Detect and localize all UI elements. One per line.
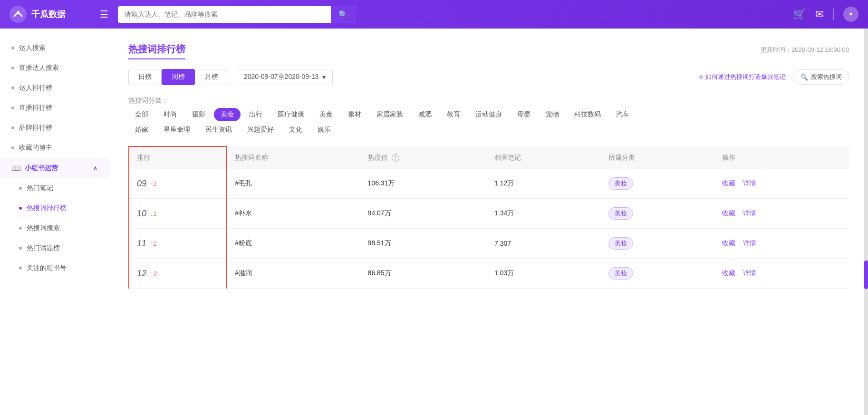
detail-link[interactable]: 详情 xyxy=(743,209,756,217)
heat-cell: 94.07万 xyxy=(360,199,487,229)
date-range-select[interactable]: 2020-09-07至2020-09-13 ▾ xyxy=(237,69,333,85)
category-减肥[interactable]: 减肥 xyxy=(412,108,438,121)
tab-月榜[interactable]: 月榜 xyxy=(195,69,228,85)
search-button[interactable]: 🔍 xyxy=(331,6,356,23)
collect-link[interactable]: 收藏 xyxy=(722,269,735,277)
actions-cell: 收藏 详情 xyxy=(714,169,849,199)
how-link[interactable]: ⊙ 如何通过热搜词打造爆款笔记 xyxy=(699,73,786,81)
rank-cell: 10 ↓1 xyxy=(129,199,227,229)
sidebar-sub-label-0: 热门笔记 xyxy=(27,184,53,193)
tab-周榜[interactable]: 周榜 xyxy=(162,69,195,85)
search-icon-2: 🔍 xyxy=(800,74,808,81)
search-hot-button[interactable]: 🔍 搜索热搜词 xyxy=(793,69,849,85)
category-美食[interactable]: 美食 xyxy=(313,108,339,121)
scrollbar-thumb[interactable] xyxy=(864,261,868,289)
table-row: 09 ↑1 #毛孔 106.31万 1.12万 美妆 收藏 详情 xyxy=(129,169,849,199)
collect-link[interactable]: 收藏 xyxy=(722,239,735,247)
sidebar-item-2[interactable]: 达人排行榜 xyxy=(0,78,109,98)
sidebar-item-1[interactable]: 直播达人搜索 xyxy=(0,58,109,78)
sidebar-bullet-3 xyxy=(11,106,14,109)
rank-number: 12 xyxy=(137,269,146,279)
sidebar-item-4[interactable]: 品牌排行榜 xyxy=(0,118,109,138)
detail-link[interactable]: 详情 xyxy=(743,239,756,247)
notes-cell: 7,307 xyxy=(487,229,601,259)
actions-cell: 收藏 详情 xyxy=(714,199,849,229)
svg-point-1 xyxy=(17,11,19,14)
sidebar-section-operations[interactable]: 📖 小红书运营 ∧ xyxy=(0,158,109,178)
logo-icon xyxy=(10,6,27,23)
sidebar-sub-item-1[interactable]: 热搜词排行榜 xyxy=(0,198,109,218)
sidebar-bullet-5 xyxy=(11,146,14,149)
rank-cell: 12 ↑3 xyxy=(129,259,227,289)
category-宠物[interactable]: 宠物 xyxy=(539,108,566,121)
category-婚嫁[interactable]: 婚嫁 xyxy=(128,123,155,136)
sidebar-sub-item-4[interactable]: 关注的红书号 xyxy=(0,258,109,278)
detail-link[interactable]: 详情 xyxy=(743,179,756,187)
collect-link[interactable]: 收藏 xyxy=(722,179,735,187)
sidebar-item-0[interactable]: 达人搜索 xyxy=(0,38,109,58)
detail-link[interactable]: 详情 xyxy=(743,269,756,277)
scrollbar[interactable] xyxy=(864,29,868,415)
category-星座命理[interactable]: 星座命理 xyxy=(157,123,197,136)
date-range-text: 2020-09-07至2020-09-13 xyxy=(244,73,318,81)
sidebar-sub-item-3[interactable]: 热门话题榜 xyxy=(0,238,109,258)
sidebar-sub-label-3: 热门话题榜 xyxy=(27,244,60,252)
category-出行[interactable]: 出行 xyxy=(242,108,269,121)
category-娱乐[interactable]: 娱乐 xyxy=(311,123,338,136)
category-汽车[interactable]: 汽车 xyxy=(609,108,636,121)
dropdown-icon: ▾ xyxy=(849,11,852,18)
heat-value: 106.31万 xyxy=(368,179,395,187)
category-美妆[interactable]: 美妆 xyxy=(214,108,241,121)
sidebar-sub-item-0[interactable]: 热门笔记 xyxy=(0,178,109,198)
heat-help-icon[interactable]: ? xyxy=(392,154,399,162)
tab-日榜[interactable]: 日榜 xyxy=(128,69,162,85)
section-arrow: ∧ xyxy=(93,165,97,172)
category-全部[interactable]: 全部 xyxy=(128,108,155,121)
name-cell: #粉底 xyxy=(227,229,360,259)
sidebar-item-5[interactable]: 收藏的博主 xyxy=(0,138,109,158)
category-教育[interactable]: 教育 xyxy=(440,108,467,121)
sidebar-sub-item-2[interactable]: 热搜词搜索 xyxy=(0,218,109,238)
category-摄影[interactable]: 摄影 xyxy=(185,108,212,121)
avatar[interactable]: ▾ xyxy=(843,7,858,22)
main-content: 更新时间：2020-09-12 18:00:00 热搜词排行榜 日榜周榜月榜 2… xyxy=(109,29,868,415)
category-兴趣爱好[interactable]: 兴趣爱好 xyxy=(241,123,280,136)
sidebar-bullet-2 xyxy=(11,87,14,89)
category-家居家装[interactable]: 家居家装 xyxy=(370,108,410,121)
col-header-category: 所属分类 xyxy=(601,146,715,169)
sidebar-bullet-0 xyxy=(11,47,14,49)
name-cell: #补水 xyxy=(227,199,360,229)
sidebar-sub-bullet-0 xyxy=(19,187,22,190)
header-right: 🛒 ✉ ▾ xyxy=(793,7,858,22)
notes-value: 7,307 xyxy=(494,240,511,247)
sidebar-item-3[interactable]: 直播排行榜 xyxy=(0,98,109,118)
cart-icon[interactable]: 🛒 xyxy=(793,8,806,20)
collect-link[interactable]: 收藏 xyxy=(722,209,735,217)
category-时尚[interactable]: 时尚 xyxy=(157,108,183,121)
sidebar-label-0: 达人搜索 xyxy=(19,44,46,52)
rank-number: 11 xyxy=(137,239,146,249)
category-医疗健康[interactable]: 医疗健康 xyxy=(271,108,311,121)
sidebar-section-label: 小红书运营 xyxy=(25,164,58,173)
category-文化[interactable]: 文化 xyxy=(282,123,309,136)
heat-cell: 98.51万 xyxy=(360,229,487,259)
header-divider xyxy=(833,9,834,20)
category-运动健身[interactable]: 运动健身 xyxy=(469,108,509,121)
category-母婴[interactable]: 母婴 xyxy=(511,108,537,121)
rank-cell: 09 ↑1 xyxy=(129,169,227,199)
mail-icon[interactable]: ✉ xyxy=(815,8,824,20)
search-input[interactable] xyxy=(118,7,331,22)
data-table: 排行 热搜词名称 热度值 ? 相关笔记 所属分类 xyxy=(128,146,849,289)
heat-value: 94.07万 xyxy=(368,209,391,217)
category-素材[interactable]: 素材 xyxy=(341,108,368,121)
menu-icon[interactable]: ☰ xyxy=(100,9,108,20)
col-header-notes: 相关笔记 xyxy=(487,146,601,169)
notes-cell: 1.34万 xyxy=(487,199,601,229)
sidebar-sub-bullet-1 xyxy=(19,207,22,210)
category-科技数码[interactable]: 科技数码 xyxy=(568,108,608,121)
heat-cell: 86.85万 xyxy=(360,259,487,289)
sidebar-label-5: 收藏的博主 xyxy=(19,144,52,152)
col-header-heat: 热度值 ? xyxy=(360,146,487,169)
name-cell: #滋润 xyxy=(227,259,360,289)
category-民生资讯[interactable]: 民生资讯 xyxy=(199,123,239,136)
